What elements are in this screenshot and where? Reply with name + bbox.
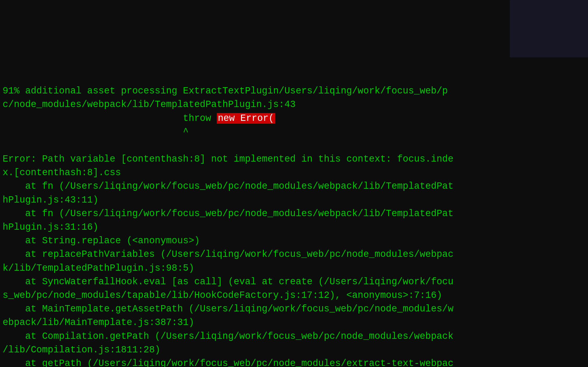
line-5: at fn (/Users/liqing/work/focus_web/pc/n…	[3, 181, 453, 192]
line-17: /lib/Compilation.js:1811:28)	[3, 345, 160, 355]
background-overlay	[510, 0, 588, 57]
terminal-output: 91% additional asset processing ExtractT…	[0, 71, 588, 367]
line-11: k/lib/TemplatedPathPlugin.js:98:5)	[3, 263, 194, 274]
line-15: ebpack/lib/MainTemplate.js:387:31)	[3, 317, 194, 328]
line-16: at Compilation.getPath (/Users/liqing/wo…	[3, 331, 453, 342]
error-highlight: new Error(	[217, 113, 275, 124]
line-8: hPlugin.js:31:16)	[3, 222, 98, 233]
line-error-2: x.[contenthash:8].css	[3, 167, 121, 178]
line-13: s_web/pc/node_modules/tapable/lib/HookCo…	[3, 290, 442, 301]
terminal-window: 91% additional asset processing ExtractT…	[0, 0, 588, 367]
line-6: hPlugin.js:43:11)	[3, 195, 98, 205]
line-7: at fn (/Users/liqing/work/focus_web/pc/n…	[3, 208, 453, 219]
line-18: at getPath (/Users/liqing/work/focus_web…	[3, 358, 453, 367]
line-2: c/node_modules/webpack/lib/TemplatedPath…	[3, 99, 296, 110]
line-4: ^	[3, 127, 189, 137]
line-10: at replacePathVariables (/Users/liqing/w…	[3, 249, 453, 260]
line-blank	[3, 140, 8, 151]
line-error-1: Error: Path variable [contenthash:8] not…	[3, 154, 453, 164]
line-3: throw new Error(	[3, 113, 275, 124]
line-12: at SyncWaterfallHook.eval [as call] (eva…	[3, 276, 453, 287]
line-14: at MainTemplate.getAssetPath (/Users/liq…	[3, 304, 453, 314]
line-1: 91% additional asset processing ExtractT…	[3, 86, 448, 96]
line-9: at String.replace (<anonymous>)	[3, 235, 200, 246]
